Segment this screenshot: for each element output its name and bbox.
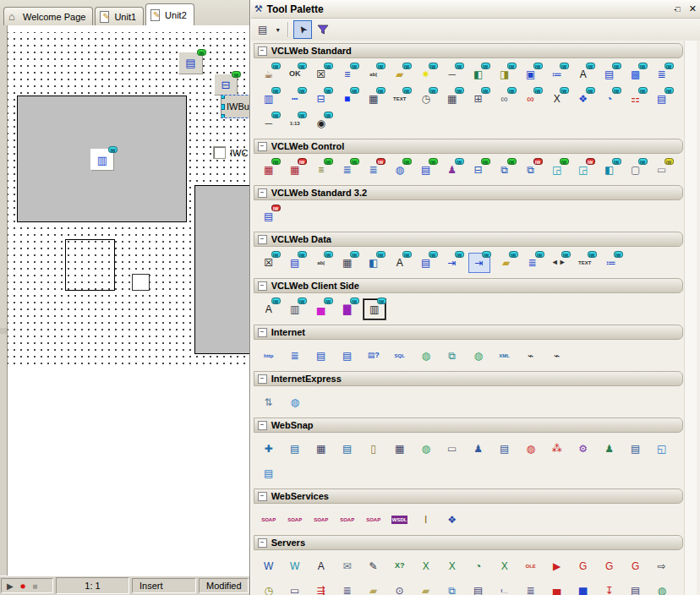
component-icon[interactable]: ⊞IW	[468, 90, 489, 108]
component-icon[interactable]: G	[626, 557, 646, 576]
play-icon[interactable]: ▶	[7, 581, 14, 591]
component-icon[interactable]: ≣	[337, 581, 358, 595]
component-icon[interactable]: ⇅	[259, 393, 279, 412]
component-icon[interactable]: G	[599, 557, 620, 576]
component-icon[interactable]: ┅IW	[285, 90, 305, 108]
category-header-websnap[interactable]: −WebSnap	[254, 418, 683, 433]
component-icon[interactable]: X	[442, 557, 462, 576]
component-icon[interactable]: ◍	[416, 439, 436, 458]
component-icon[interactable]: SOAP	[337, 510, 358, 529]
component-icon[interactable]: XIW	[547, 90, 567, 108]
component-icon[interactable]: ▤IW	[599, 65, 620, 84]
component-icon[interactable]: ⧉IW	[521, 161, 541, 179]
component-icon[interactable]: ∞IW	[495, 90, 515, 108]
component-icon[interactable]: AIW	[573, 65, 593, 84]
component-icon[interactable]: ≡IW	[337, 65, 358, 84]
component-icon[interactable]: ⇶	[311, 581, 331, 595]
component-icon[interactable]: ▥IW	[285, 300, 305, 319]
component-icon[interactable]: ⚙	[573, 439, 593, 458]
component-icon[interactable]: ◲IW	[547, 161, 567, 179]
component-icon[interactable]: ◍	[652, 581, 672, 595]
component-icon[interactable]: ▰	[416, 581, 436, 595]
component-icon[interactable]: ♟	[599, 439, 620, 458]
component-icon[interactable]: ✚	[259, 439, 279, 458]
component-icon[interactable]: ⁂	[547, 439, 567, 458]
component-icon[interactable]: ▤IW	[416, 161, 436, 179]
collapse-icon[interactable]: −	[258, 421, 267, 430]
pin-icon[interactable]: -□	[674, 5, 679, 14]
category-header-webservices[interactable]: −WebServices	[254, 489, 683, 504]
component-icon[interactable]: XML	[495, 347, 515, 365]
collapse-icon[interactable]: −	[258, 328, 267, 337]
component-icon[interactable]: ◱	[652, 439, 672, 458]
region-control[interactable]: ▥IW	[17, 96, 187, 222]
collapse-icon[interactable]: −	[258, 188, 267, 198]
component-icon[interactable]: ▰IW	[496, 254, 517, 272]
component-icon[interactable]: ▅	[547, 581, 567, 595]
stop-icon[interactable]: ■	[32, 581, 37, 591]
component-icon[interactable]: ◉IW	[311, 114, 331, 133]
component-icon[interactable]: ▶	[547, 557, 567, 576]
component-list-button[interactable]: ▤	[254, 21, 271, 38]
category-header-internetexpress[interactable]: −InternetExpress	[254, 371, 683, 386]
component-icon[interactable]: ⌁	[547, 347, 567, 365]
component-icon[interactable]: ▤?	[364, 347, 384, 365]
component-icon[interactable]: W	[285, 557, 305, 576]
component-icon[interactable]: ▤IW	[285, 254, 305, 272]
component-icon[interactable]: ▦	[311, 439, 331, 458]
category-header-vclweb-standard[interactable]: −VCLWeb Standard	[254, 43, 683, 58]
collapse-icon[interactable]: −	[258, 46, 267, 56]
component-icon[interactable]: OLE	[521, 557, 541, 576]
component-icon[interactable]: ab|IW	[364, 65, 384, 84]
component-icon[interactable]: ▦	[390, 439, 410, 458]
component-icon[interactable]: ▭	[285, 581, 305, 595]
component-icon[interactable]: ▤	[337, 439, 358, 458]
component-icon[interactable]: ≔IW	[601, 254, 621, 272]
region-control[interactable]	[194, 185, 249, 354]
component-icon[interactable]: ≔IW	[547, 65, 567, 84]
component-icon[interactable]: ◧IW	[468, 65, 489, 84]
select-cursor-button[interactable]: ➤	[293, 20, 312, 39]
component-icon[interactable]: ◲IW	[573, 161, 593, 179]
component-icon[interactable]: ≣IW	[337, 161, 358, 179]
component-icon[interactable]: ☕IW	[259, 65, 279, 84]
component-icon[interactable]: ⇥IW	[442, 254, 462, 272]
component-icon[interactable]: http	[259, 347, 279, 365]
component-icon[interactable]: ⧉IW	[495, 161, 515, 179]
component-icon[interactable]: ▥IW	[259, 90, 279, 108]
component-icon[interactable]: ≣IW	[364, 161, 384, 179]
component-icon[interactable]: AIW	[259, 300, 279, 319]
component-icon[interactable]: SOAP	[259, 510, 279, 529]
nonvisual-component-icon[interactable]: ▤IW	[178, 52, 203, 74]
component-icon[interactable]: G	[573, 557, 593, 576]
checkbox-icon[interactable]	[213, 146, 226, 159]
selection-handle[interactable]	[221, 95, 225, 99]
component-icon[interactable]: ▯	[364, 439, 384, 458]
collapse-icon[interactable]: −	[258, 281, 267, 291]
component-icon[interactable]: ≣IW	[522, 254, 543, 272]
component-icon[interactable]: ▤	[468, 581, 489, 595]
component-icon[interactable]: ✷IW	[416, 65, 436, 84]
component-icon[interactable]: ◍	[521, 439, 541, 458]
component-icon[interactable]: ▆	[573, 581, 593, 595]
component-icon[interactable]: X	[416, 557, 436, 576]
component-icon[interactable]: ▦IW	[285, 161, 305, 179]
component-icon[interactable]: ◷	[259, 581, 279, 595]
component-icon[interactable]: ◄►IW	[549, 254, 569, 272]
component-icon[interactable]: ▤	[337, 347, 358, 365]
component-icon[interactable]: ⇥IW	[468, 253, 490, 273]
component-icon[interactable]: ✎	[364, 557, 384, 576]
component-icon[interactable]: ▩IW	[626, 65, 646, 84]
component-icon[interactable]: ≣	[521, 581, 541, 595]
category-header-vclweb-standard-3-2[interactable]: −VCLWeb Standard 3.2	[254, 185, 683, 200]
collapse-icon[interactable]: −	[258, 492, 267, 501]
component-icon[interactable]: ◍	[416, 347, 436, 365]
component-icon[interactable]: ◍IW	[390, 161, 410, 179]
collapse-icon[interactable]: −	[258, 142, 267, 151]
selection-handle[interactable]	[221, 114, 225, 118]
component-icon[interactable]: X?	[390, 557, 410, 576]
component-icon[interactable]: SOAP	[285, 510, 305, 529]
component-icon[interactable]: ⚏IW	[626, 90, 646, 108]
collapse-icon[interactable]: −	[258, 538, 267, 548]
component-icon[interactable]: ≣	[285, 347, 305, 365]
